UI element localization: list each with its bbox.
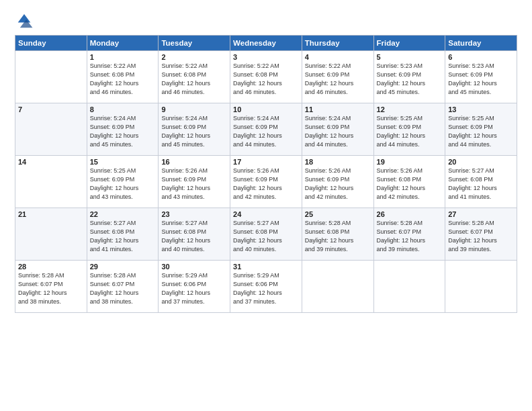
day-info: Sunrise: 5:25 AM Sunset: 6:09 PM Dayligh… — [377, 114, 443, 149]
week-row: 2122Sunrise: 5:27 AM Sunset: 6:08 PM Day… — [15, 208, 517, 261]
table-cell: 7 — [15, 103, 87, 156]
col-friday: Friday — [373, 36, 445, 51]
day-info: Sunrise: 5:24 AM Sunset: 6:09 PM Dayligh… — [233, 114, 299, 149]
table-cell: 21 — [15, 208, 87, 261]
day-number: 11 — [305, 105, 371, 113]
week-row: 1415Sunrise: 5:25 AM Sunset: 6:09 PM Day… — [15, 156, 517, 208]
day-number: 15 — [90, 158, 156, 166]
day-number: 22 — [90, 210, 156, 218]
table-cell: 12Sunrise: 5:25 AM Sunset: 6:09 PM Dayli… — [373, 103, 445, 156]
day-number: 29 — [90, 263, 156, 271]
table-cell — [302, 261, 373, 313]
day-number: 31 — [233, 263, 299, 271]
day-number: 17 — [233, 158, 299, 166]
table-cell: 29Sunrise: 5:28 AM Sunset: 6:07 PM Dayli… — [87, 261, 159, 313]
day-info: Sunrise: 5:27 AM Sunset: 6:08 PM Dayligh… — [233, 219, 299, 254]
day-info: Sunrise: 5:22 AM Sunset: 6:09 PM Dayligh… — [305, 62, 371, 97]
day-info: Sunrise: 5:26 AM Sunset: 6:09 PM Dayligh… — [161, 167, 227, 201]
day-info: Sunrise: 5:27 AM Sunset: 6:08 PM Dayligh… — [448, 167, 514, 201]
day-number: 24 — [233, 210, 299, 218]
day-number: 14 — [18, 158, 84, 166]
table-cell: 20Sunrise: 5:27 AM Sunset: 6:08 PM Dayli… — [445, 156, 517, 208]
col-tuesday: Tuesday — [159, 36, 230, 51]
day-info: Sunrise: 5:24 AM Sunset: 6:09 PM Dayligh… — [90, 114, 156, 149]
day-number: 30 — [161, 263, 227, 271]
day-info: Sunrise: 5:28 AM Sunset: 6:07 PM Dayligh… — [377, 219, 443, 254]
logo — [15, 12, 36, 31]
table-cell — [15, 51, 87, 103]
day-number: 21 — [18, 210, 84, 218]
day-number: 20 — [448, 158, 514, 166]
week-row: 28Sunrise: 5:28 AM Sunset: 6:07 PM Dayli… — [15, 261, 517, 313]
table-cell: 26Sunrise: 5:28 AM Sunset: 6:07 PM Dayli… — [373, 208, 445, 261]
table-cell: 11Sunrise: 5:24 AM Sunset: 6:09 PM Dayli… — [302, 103, 373, 156]
table-cell: 13Sunrise: 5:25 AM Sunset: 6:09 PM Dayli… — [445, 103, 517, 156]
table-cell: 23Sunrise: 5:27 AM Sunset: 6:08 PM Dayli… — [159, 208, 230, 261]
day-info: Sunrise: 5:28 AM Sunset: 6:07 PM Dayligh… — [18, 271, 84, 306]
week-row: 1Sunrise: 5:22 AM Sunset: 6:08 PM Daylig… — [15, 51, 517, 103]
day-number: 4 — [305, 53, 371, 61]
table-cell: 5Sunrise: 5:23 AM Sunset: 6:09 PM Daylig… — [373, 51, 445, 103]
table-cell: 28Sunrise: 5:28 AM Sunset: 6:07 PM Dayli… — [15, 261, 87, 313]
day-info: Sunrise: 5:27 AM Sunset: 6:08 PM Dayligh… — [161, 219, 227, 254]
day-number: 8 — [90, 105, 156, 113]
table-cell: 18Sunrise: 5:26 AM Sunset: 6:09 PM Dayli… — [302, 156, 373, 208]
day-number: 13 — [448, 105, 514, 113]
table-cell: 31Sunrise: 5:29 AM Sunset: 6:06 PM Dayli… — [230, 261, 302, 313]
day-number: 6 — [448, 53, 514, 61]
day-info: Sunrise: 5:28 AM Sunset: 6:08 PM Dayligh… — [305, 219, 371, 254]
day-info: Sunrise: 5:25 AM Sunset: 6:09 PM Dayligh… — [90, 167, 156, 201]
col-saturday: Saturday — [445, 36, 517, 51]
day-info: Sunrise: 5:22 AM Sunset: 6:08 PM Dayligh… — [161, 62, 227, 97]
table-cell: 6Sunrise: 5:23 AM Sunset: 6:09 PM Daylig… — [445, 51, 517, 103]
table-cell: 24Sunrise: 5:27 AM Sunset: 6:08 PM Dayli… — [230, 208, 302, 261]
table-cell: 25Sunrise: 5:28 AM Sunset: 6:08 PM Dayli… — [302, 208, 373, 261]
day-info: Sunrise: 5:23 AM Sunset: 6:09 PM Dayligh… — [448, 62, 514, 97]
day-info: Sunrise: 5:25 AM Sunset: 6:09 PM Dayligh… — [448, 114, 514, 149]
calendar-table: Sunday Monday Tuesday Wednesday Thursday… — [15, 35, 517, 313]
table-cell: 22Sunrise: 5:27 AM Sunset: 6:08 PM Dayli… — [87, 208, 159, 261]
table-cell: 19Sunrise: 5:26 AM Sunset: 6:08 PM Dayli… — [373, 156, 445, 208]
table-cell: 2Sunrise: 5:22 AM Sunset: 6:08 PM Daylig… — [159, 51, 230, 103]
col-monday: Monday — [87, 36, 159, 51]
col-wednesday: Wednesday — [230, 36, 302, 51]
day-number: 7 — [18, 105, 84, 113]
week-row: 78Sunrise: 5:24 AM Sunset: 6:09 PM Dayli… — [15, 103, 517, 156]
table-cell: 17Sunrise: 5:26 AM Sunset: 6:09 PM Dayli… — [230, 156, 302, 208]
day-info: Sunrise: 5:23 AM Sunset: 6:09 PM Dayligh… — [377, 62, 443, 97]
table-cell: 15Sunrise: 5:25 AM Sunset: 6:09 PM Dayli… — [87, 156, 159, 208]
svg-marker-0 — [18, 14, 31, 22]
day-number: 1 — [90, 53, 156, 61]
page: Sunday Monday Tuesday Wednesday Thursday… — [0, 0, 532, 411]
table-cell — [445, 261, 517, 313]
day-number: 5 — [377, 53, 443, 61]
day-number: 18 — [305, 158, 371, 166]
table-cell — [373, 261, 445, 313]
day-info: Sunrise: 5:22 AM Sunset: 6:08 PM Dayligh… — [233, 62, 299, 97]
day-number: 19 — [377, 158, 443, 166]
table-cell: 1Sunrise: 5:22 AM Sunset: 6:08 PM Daylig… — [87, 51, 159, 103]
table-cell: 9Sunrise: 5:24 AM Sunset: 6:09 PM Daylig… — [159, 103, 230, 156]
day-number: 3 — [233, 53, 299, 61]
day-number: 9 — [161, 105, 227, 113]
day-number: 23 — [161, 210, 227, 218]
header-row: Sunday Monday Tuesday Wednesday Thursday… — [15, 36, 517, 51]
col-thursday: Thursday — [302, 36, 373, 51]
table-cell: 30Sunrise: 5:29 AM Sunset: 6:06 PM Dayli… — [159, 261, 230, 313]
day-number: 16 — [161, 158, 227, 166]
day-info: Sunrise: 5:28 AM Sunset: 6:07 PM Dayligh… — [448, 219, 514, 254]
day-number: 26 — [377, 210, 443, 218]
table-cell: 3Sunrise: 5:22 AM Sunset: 6:08 PM Daylig… — [230, 51, 302, 103]
day-number: 2 — [161, 53, 227, 61]
col-sunday: Sunday — [15, 36, 87, 51]
day-number: 28 — [18, 263, 84, 271]
table-cell: 8Sunrise: 5:24 AM Sunset: 6:09 PM Daylig… — [87, 103, 159, 156]
day-info: Sunrise: 5:26 AM Sunset: 6:08 PM Dayligh… — [377, 167, 443, 201]
day-info: Sunrise: 5:24 AM Sunset: 6:09 PM Dayligh… — [161, 114, 227, 149]
day-number: 25 — [305, 210, 371, 218]
day-number: 27 — [448, 210, 514, 218]
logo-icon — [15, 12, 34, 31]
table-cell: 10Sunrise: 5:24 AM Sunset: 6:09 PM Dayli… — [230, 103, 302, 156]
day-number: 10 — [233, 105, 299, 113]
day-number: 12 — [377, 105, 443, 113]
